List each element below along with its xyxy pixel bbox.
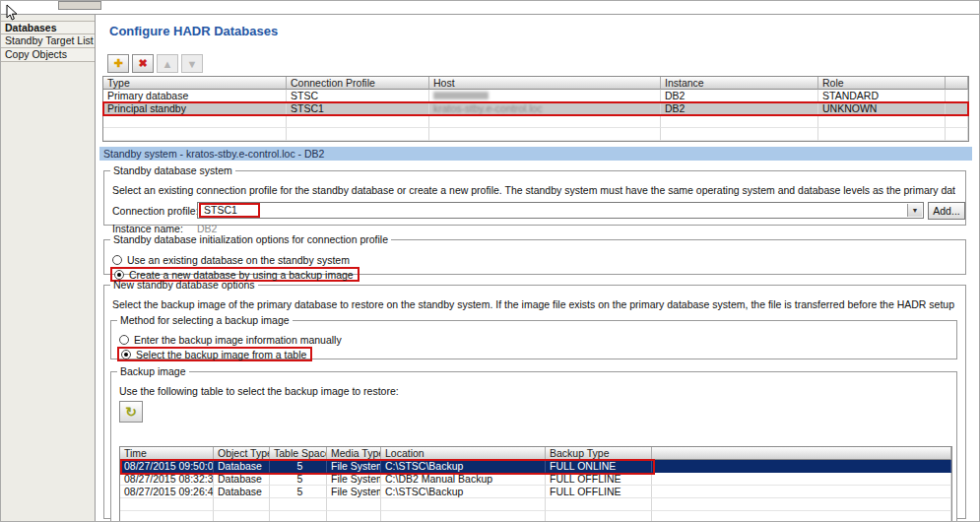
column-header-role[interactable]: Role xyxy=(818,77,946,90)
connection-profile-label: Connection profile: xyxy=(112,205,199,217)
radio-label: Use an existing database on the standby … xyxy=(127,254,350,266)
connection-profile-combobox[interactable]: STSC1 ▼ xyxy=(197,202,924,219)
arrow-up-icon: ▲ xyxy=(163,58,173,70)
databases-table-header: Type Connection Profile Host Instance Ro… xyxy=(103,77,968,90)
cell-object-type: Database xyxy=(214,460,270,473)
mouse-cursor-icon xyxy=(6,4,18,22)
column-header-instance[interactable]: Instance xyxy=(661,77,818,90)
chevron-down-icon: ▼ xyxy=(912,207,919,214)
cell-instance: DB2 xyxy=(661,102,818,115)
table-row-empty xyxy=(120,511,951,522)
arrow-down-icon: ▼ xyxy=(187,58,198,70)
hadr-configuration-window: Databases Standby Target List Copy Objec… xyxy=(0,0,980,522)
move-down-button[interactable]: ▼ xyxy=(181,54,203,73)
cell-role: UNKNOWN xyxy=(818,102,946,115)
cell-object-type: Database xyxy=(214,473,270,486)
backup-row-selected[interactable]: 08/27/2015 09:50:05 Database 5 File Syst… xyxy=(120,460,951,473)
column-header-object-type[interactable]: Object Type xyxy=(214,447,270,460)
cell-media-type: File System xyxy=(327,460,381,473)
group-legend: New standby database options xyxy=(110,279,258,291)
column-header-spacer xyxy=(946,77,968,90)
backup-row[interactable]: 08/27/2015 09:26:40 Database 5 File Syst… xyxy=(120,486,951,498)
column-header-table-spaces[interactable]: Table Spaces xyxy=(270,447,327,460)
table-row-empty xyxy=(103,115,968,128)
backup-images-table: Time Object Type Table Spaces Media Type… xyxy=(119,446,952,522)
group-legend: Standby database initialization options … xyxy=(110,233,391,245)
initialization-options-group: Standby database initialization options … xyxy=(103,233,966,275)
column-header-location[interactable]: Location xyxy=(381,447,546,460)
cell-media-type: File System xyxy=(327,473,381,486)
window-fragment xyxy=(58,1,101,10)
radio-use-existing-database[interactable]: Use an existing database on the standby … xyxy=(112,252,350,267)
cell-backup-type: FULL ONLINE xyxy=(546,460,652,473)
backup-row[interactable]: 08/27/2015 08:32:30 Database 5 File Syst… xyxy=(120,473,951,486)
group-legend: Method for selecting a backup image xyxy=(117,314,293,326)
sidebar-item-copy-objects[interactable]: Copy Objects xyxy=(1,48,95,62)
cell-host-redacted: kratos-stby.e-control.loc xyxy=(429,102,661,115)
add-icon: ✚ xyxy=(113,57,122,70)
radio-unselected-icon[interactable] xyxy=(112,255,122,265)
backup-table-header: Time Object Type Table Spaces Media Type… xyxy=(120,447,951,460)
cell-backup-type: FULL OFFLINE xyxy=(546,486,652,498)
cell-instance: DB2 xyxy=(661,90,818,102)
cell-location: C:\DB2 Manual Backup xyxy=(381,473,546,486)
column-header-media-type[interactable]: Media Type xyxy=(327,447,381,460)
radio-select-backup-from-table[interactable]: Select the backup image from a table xyxy=(117,347,312,361)
backup-image-group: Backup image Use the following table to … xyxy=(110,365,957,522)
group-legend: Standby database system xyxy=(110,164,235,176)
cell-table-spaces: 5 xyxy=(270,473,327,486)
backup-image-method-group: Method for selecting a backup image Ente… xyxy=(110,314,957,359)
cell-time: 08/27/2015 09:26:40 xyxy=(120,486,214,498)
add-profile-button[interactable]: Add... xyxy=(928,202,965,220)
cell-host-redacted xyxy=(429,90,661,102)
radio-unselected-icon[interactable] xyxy=(119,335,129,345)
add-database-button[interactable]: ✚ xyxy=(107,54,129,73)
cell-backup-type: FULL OFFLINE xyxy=(546,473,652,486)
cell-spacer xyxy=(946,90,968,102)
table-row-primary-database[interactable]: Primary database STSC DB2 STANDARD xyxy=(103,90,968,102)
cell-role: STANDARD xyxy=(818,90,946,102)
cell-time: 08/27/2015 08:32:30 xyxy=(120,473,214,486)
radio-enter-backup-manually[interactable]: Enter the backup image information manua… xyxy=(119,332,342,347)
delete-database-button[interactable]: ✖ xyxy=(132,54,154,73)
cell-type: Principal standby xyxy=(103,102,287,115)
database-toolbar: ✚ ✖ ▲ ▼ xyxy=(107,54,203,73)
radio-selected-icon[interactable] xyxy=(114,270,124,280)
radio-selected-icon[interactable] xyxy=(121,350,131,359)
sidebar-item-databases[interactable]: Databases xyxy=(1,21,95,34)
column-header-spacer xyxy=(652,447,951,460)
cell-location: C:\STSC\Backup xyxy=(381,486,546,498)
column-header-time[interactable]: Time xyxy=(120,447,214,460)
cell-time: 08/27/2015 09:50:05 xyxy=(120,460,214,473)
group-legend: Backup image xyxy=(117,365,189,377)
redacted-host-blob xyxy=(433,92,489,99)
delete-icon: ✖ xyxy=(138,57,147,70)
radio-label: Enter the backup image information manua… xyxy=(134,334,342,346)
column-header-backup-type[interactable]: Backup Type xyxy=(546,447,652,460)
column-header-connection-profile[interactable]: Connection Profile xyxy=(287,77,429,90)
table-row-principal-standby-selected[interactable]: Principal standby STSC1 kratos-stby.e-co… xyxy=(103,102,968,115)
refresh-backup-list-button[interactable]: ↻ xyxy=(119,401,143,423)
backup-table-instruction: Use the following table to select the ba… xyxy=(119,385,399,397)
cell-location: C:\STSC\Backup xyxy=(381,460,546,473)
new-standby-database-options-group: New standby database options Select the … xyxy=(103,279,966,519)
standby-system-section-header: Standby system - kratos-stby.e-control.l… xyxy=(99,147,972,161)
table-row-empty xyxy=(120,498,951,511)
column-header-type[interactable]: Type xyxy=(103,77,287,90)
cell-table-spaces: 5 xyxy=(270,460,327,473)
group-description: Select the backup image of the primary d… xyxy=(112,298,955,310)
main-panel: Configure HADR Databases ✚ ✖ ▲ ▼ Type Co… xyxy=(99,15,972,522)
cell-table-spaces: 5 xyxy=(270,486,327,498)
cell-spacer xyxy=(946,102,968,115)
cell-type: Primary database xyxy=(103,90,287,102)
cell-media-type: File System xyxy=(327,486,381,498)
cell-profile: STSC xyxy=(287,90,429,102)
sidebar-item-standby-target-list[interactable]: Standby Target List xyxy=(1,34,95,48)
radio-label: Select the backup image from a table xyxy=(136,349,306,360)
blurred-host-text: kratos-stby.e-control.loc xyxy=(433,102,543,114)
combobox-dropdown-button[interactable]: ▼ xyxy=(907,204,922,217)
move-up-button[interactable]: ▲ xyxy=(157,54,178,73)
table-row-empty xyxy=(103,128,968,141)
refresh-icon: ↻ xyxy=(125,404,137,420)
column-header-host[interactable]: Host xyxy=(429,77,661,90)
